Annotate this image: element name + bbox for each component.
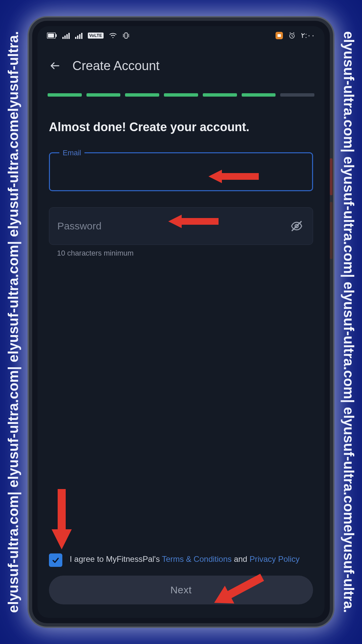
check-icon bbox=[51, 556, 60, 565]
consent-text: I agree to MyFitnessPal's Terms & Condit… bbox=[70, 553, 300, 565]
vibrate-icon bbox=[122, 32, 130, 39]
svg-line-10 bbox=[293, 33, 294, 33]
progress-segment bbox=[242, 93, 276, 97]
form: Email 10 characters minimum bbox=[38, 134, 324, 258]
consent-middle: and bbox=[232, 554, 249, 564]
phone-screen: VoLTE ٢:٠٠ Create Account bbox=[38, 26, 324, 618]
toggle-password-visibility-button[interactable] bbox=[289, 218, 305, 234]
annotation-arrow-icon bbox=[47, 489, 77, 553]
password-helper-text: 10 characters minimum bbox=[57, 249, 313, 258]
terms-link[interactable]: Terms & Conditions bbox=[162, 554, 232, 564]
svg-rect-3 bbox=[125, 33, 127, 38]
back-button[interactable] bbox=[48, 58, 62, 73]
consent-checkbox[interactable] bbox=[49, 553, 62, 567]
watermark-left: elyusuf-ultra.com| elyusuf-ultra.com| el… bbox=[0, 0, 27, 644]
progress-segment bbox=[86, 93, 121, 97]
email-input[interactable] bbox=[50, 153, 312, 190]
status-time: ٢:٠٠ bbox=[301, 31, 315, 40]
volte-badge: VoLTE bbox=[88, 33, 104, 39]
consent-prefix: I agree to MyFitnessPal's bbox=[70, 554, 162, 564]
svg-rect-1 bbox=[56, 34, 57, 37]
bottom-area: I agree to MyFitnessPal's Terms & Condit… bbox=[38, 553, 324, 618]
watermark-text: elyusuf-ultra.com| elyusuf-ultra.com| el… bbox=[5, 31, 21, 613]
progress-segment bbox=[48, 93, 82, 97]
svg-rect-2 bbox=[48, 34, 54, 38]
status-bar: VoLTE ٢:٠٠ bbox=[38, 26, 324, 45]
svg-line-8 bbox=[292, 36, 293, 37]
wifi-icon bbox=[109, 32, 117, 39]
page-title: Create Account bbox=[72, 59, 160, 73]
next-button[interactable]: Next bbox=[49, 576, 313, 604]
notification-icon bbox=[276, 32, 283, 39]
section-heading: Almost done! Create your account. bbox=[38, 97, 324, 134]
svg-rect-15 bbox=[58, 489, 66, 533]
watermark-right: elyusuf-ultra.com| elyusuf-ultra.com| el… bbox=[335, 0, 362, 644]
arrow-left-icon bbox=[49, 60, 61, 71]
watermark-text: elyusuf-ultra.com| elyusuf-ultra.com| el… bbox=[341, 31, 357, 613]
email-field-container[interactable]: Email bbox=[49, 152, 313, 191]
alarm-icon bbox=[288, 32, 296, 39]
progress-segment bbox=[164, 93, 198, 97]
app-header: Create Account bbox=[38, 45, 324, 80]
phone-side-button bbox=[330, 202, 333, 259]
progress-segment bbox=[125, 93, 159, 97]
battery-icon bbox=[47, 33, 57, 39]
phone-side-button bbox=[330, 158, 333, 195]
eye-off-icon bbox=[291, 220, 303, 232]
phone-frame: VoLTE ٢:٠٠ Create Account bbox=[32, 21, 330, 623]
password-field-container[interactable] bbox=[49, 207, 313, 245]
progress-segment bbox=[203, 93, 237, 97]
signal-icon bbox=[62, 32, 70, 39]
signal-icon bbox=[75, 32, 82, 39]
progress-segment bbox=[280, 93, 314, 97]
privacy-link[interactable]: Privacy Policy bbox=[249, 554, 299, 564]
progress-bar bbox=[38, 80, 324, 97]
password-input[interactable] bbox=[57, 220, 283, 232]
svg-line-9 bbox=[290, 33, 291, 33]
consent-row: I agree to MyFitnessPal's Terms & Condit… bbox=[49, 553, 313, 576]
